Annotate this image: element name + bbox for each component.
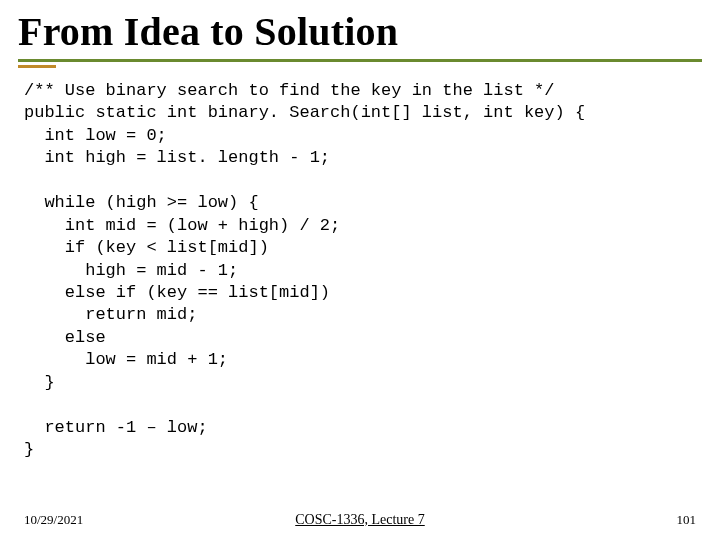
footer-date: 10/29/2021 [24, 512, 83, 528]
footer-page: 101 [677, 512, 697, 528]
slide-title: From Idea to Solution [18, 8, 702, 55]
accent-line [18, 65, 56, 68]
slide: From Idea to Solution /** Use binary sea… [0, 0, 720, 540]
code-block: /** Use binary search to find the key in… [18, 80, 702, 461]
title-container: From Idea to Solution [18, 8, 702, 62]
footer-center: COSC-1336, Lecture 7 [295, 512, 424, 528]
footer: 10/29/2021 COSC-1336, Lecture 7 101 [0, 512, 720, 528]
